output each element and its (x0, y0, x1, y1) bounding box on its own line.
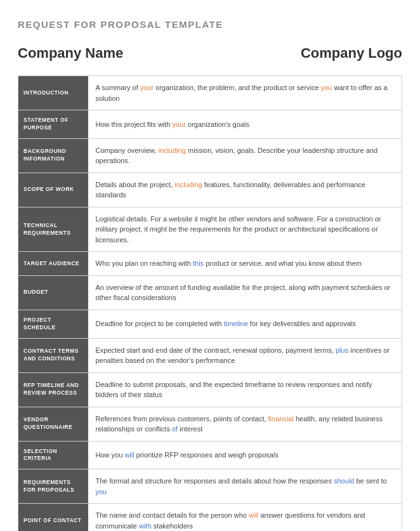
row-label: BACKGROUND INFORMATION (18, 138, 88, 173)
table-row: SELECTION CRITERIAHow you will prioritiz… (18, 441, 402, 469)
row-content: Who you plan on reaching with this produ… (88, 252, 402, 276)
table-row: SCOPE OF WORKDetails about the project, … (18, 173, 402, 207)
row-content: Deadline for project to be completed wit… (88, 310, 402, 338)
row-label: RFP TIMELINE AND REVIEW PROCESS (18, 372, 88, 407)
row-content: How you will prioritize RFP responses an… (88, 441, 402, 469)
row-label: REQUIREMENTS FOR PROPOSALS (18, 469, 88, 504)
company-name: Company Name (18, 45, 123, 62)
table-row: PROJECT SCHEDULEDeadline for project to … (18, 310, 402, 338)
row-content: An overview of the amount of funding ava… (88, 275, 402, 310)
row-label: POINT OF CONTACT (18, 504, 88, 531)
table-row: TECHNICAL REQUIREMENTSLogistical details… (18, 207, 402, 252)
row-label: INTRODUCTION (18, 76, 88, 110)
row-label: BUDGET (18, 275, 88, 310)
row-content: Company overview, including mission, vis… (88, 138, 402, 173)
page-title: REQUEST FOR PROPOSAL TEMPLATE (18, 19, 402, 30)
row-content: The format and structure for responses a… (88, 469, 402, 504)
table-row: BACKGROUND INFORMATIONCompany overview, … (18, 138, 402, 173)
row-content: A summary of your organization, the prob… (88, 76, 402, 110)
row-content: The name and contact details for the per… (88, 504, 402, 531)
row-label: VENDOR QUESTIONNAIRE (18, 407, 88, 441)
table-row: CONTRACT TERMS AND CONDITIONSExpected st… (18, 338, 402, 372)
company-logo: Company Logo (301, 45, 402, 62)
row-content: Expected start and end date of the contr… (88, 338, 402, 372)
row-content: References from previous customers, poin… (88, 407, 402, 441)
company-header: Company Name Company Logo (18, 45, 402, 62)
table-row: RFP TIMELINE AND REVIEW PROCESSDeadline … (18, 372, 402, 407)
table-row: VENDOR QUESTIONNAIREReferences from prev… (18, 407, 402, 441)
table-row: POINT OF CONTACTThe name and contact det… (18, 504, 402, 531)
row-content: Details about the project, including fea… (88, 173, 402, 207)
row-content: Deadline to submit proposals, and the ex… (88, 372, 402, 407)
row-label: STATEMENT OF PURPOSE (18, 110, 88, 139)
row-label: CONTRACT TERMS AND CONDITIONS (18, 338, 88, 372)
table-row: BUDGETAn overview of the amount of fundi… (18, 275, 402, 310)
table-row: STATEMENT OF PURPOSEHow this project fit… (18, 110, 402, 139)
table-row: TARGET AUDIENCEWho you plan on reaching … (18, 252, 402, 276)
table-row: INTRODUCTIONA summary of your organizati… (18, 76, 402, 110)
row-label: PROJECT SCHEDULE (18, 310, 88, 338)
row-label: TECHNICAL REQUIREMENTS (18, 207, 88, 252)
row-label: SCOPE OF WORK (18, 173, 88, 207)
row-label: TARGET AUDIENCE (18, 252, 88, 276)
table-row: REQUIREMENTS FOR PROPOSALSThe format and… (18, 469, 402, 504)
rfp-table: INTRODUCTIONA summary of your organizati… (18, 75, 402, 531)
row-content: Logistical details. For a website it mig… (88, 207, 402, 252)
row-label: SELECTION CRITERIA (18, 441, 88, 469)
row-content: How this project fits with your organiza… (88, 110, 402, 139)
